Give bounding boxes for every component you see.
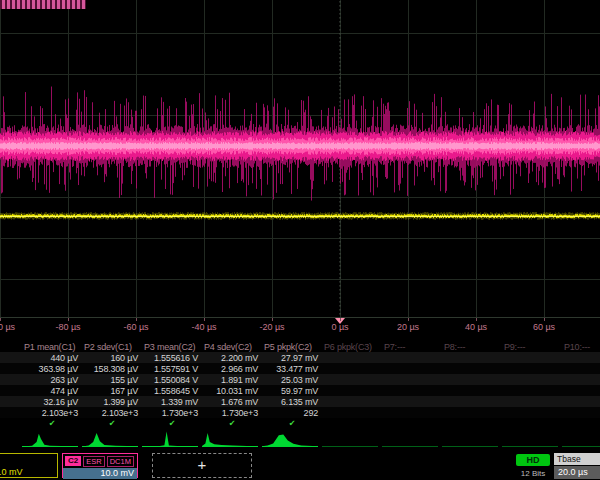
x-axis-label: 0 µs	[331, 322, 348, 332]
measurement-header[interactable]: P8:---	[442, 342, 502, 352]
measurement-histicon[interactable]	[202, 430, 262, 450]
waveform-display[interactable]	[0, 0, 600, 318]
measurement-header[interactable]: P10:---	[562, 342, 600, 352]
x-axis-tick	[544, 318, 545, 321]
measurement-value: 1.399 µV	[82, 397, 142, 407]
measurement-histicon[interactable]	[22, 430, 82, 450]
measurement-value: 474 µV	[22, 386, 82, 396]
measurement-value: 6.135 mV	[262, 397, 322, 407]
c2-label: C2	[65, 456, 81, 466]
table-row: 363.98 µV158.308 µV1.557591 V2.966 mV33.…	[0, 363, 600, 374]
c2-vertical-scale: 10.0 mV	[63, 468, 137, 479]
hd-bits-label: 12 Bits	[510, 469, 556, 478]
x-axis-tick	[204, 318, 205, 321]
histicon-slot	[142, 430, 202, 450]
plus-icon: +	[198, 456, 207, 473]
measurement-header[interactable]: P6 pkpk(C3)	[322, 342, 382, 352]
measurement-header[interactable]: P3 mean(C2)	[142, 342, 202, 352]
table-row: 474 µV167 µV1.558645 V10.031 mV59.97 mV	[0, 385, 600, 396]
x-axis-label: -80 µs	[55, 322, 80, 332]
measurement-header[interactable]: P1 mean(C1)	[22, 342, 82, 352]
status-check-icon: ✔	[82, 419, 142, 428]
histicon-slot	[22, 430, 82, 450]
measurement-value: 2.103e+3	[82, 408, 142, 418]
measurement-value: 1.730e+3	[142, 408, 202, 418]
table-row: ✔✔✔✔✔	[0, 418, 600, 429]
x-axis-label: -100 µs	[0, 322, 15, 332]
timebase-title: Tbase	[554, 453, 600, 465]
measurement-value: 1.339 mV	[142, 397, 202, 407]
x-axis-label: 40 µs	[465, 322, 487, 332]
measurement-value: 440 µV	[22, 353, 82, 363]
measurement-table: P1 mean(C1)P2 sdev(C1)P3 mean(C2)P4 sdev…	[0, 341, 600, 429]
x-axis-tick	[68, 318, 69, 321]
x-axis-label: -40 µs	[191, 322, 216, 332]
measurement-value: 1.557591 V	[142, 364, 202, 374]
histicon-slot	[382, 430, 442, 450]
x-axis-label: 20 µs	[397, 322, 419, 332]
measurement-value: 1.676 mV	[202, 397, 262, 407]
measurement-value: 167 µV	[82, 386, 142, 396]
measurement-histicon	[562, 430, 600, 450]
measurement-value: 2.966 mV	[202, 364, 262, 374]
measurement-header[interactable]: P7:---	[382, 342, 442, 352]
measurement-histicon[interactable]	[142, 430, 202, 450]
measurement-value: 1.558645 V	[142, 386, 202, 396]
timebase-descriptor[interactable]: Tbase 20.0 µs	[554, 453, 600, 479]
measurement-value: 1.550084 V	[142, 375, 202, 385]
x-axis-tick	[0, 318, 1, 321]
histicon-slot	[202, 430, 262, 450]
measurement-value: 158.308 µV	[82, 364, 142, 374]
table-row: 2.103e+32.103e+31.730e+31.730e+3292	[0, 407, 600, 418]
oscilloscope-screen: -100 µs-80 µs-60 µs-40 µs-20 µs0 µs20 µs…	[0, 0, 600, 480]
status-check-icon: ✔	[22, 419, 82, 428]
histicon-row	[22, 430, 600, 450]
histicon-slot	[562, 430, 600, 450]
histicon-slot	[82, 430, 142, 450]
table-row: P1 mean(C1)P2 sdev(C1)P3 mean(C2)P4 sdev…	[0, 341, 600, 352]
measurement-histicon[interactable]	[82, 430, 142, 450]
c2-esr-tag: ESR	[83, 456, 104, 467]
time-axis: -100 µs-80 µs-60 µs-40 µs-20 µs0 µs20 µs…	[0, 318, 600, 335]
x-axis-tick	[272, 318, 273, 321]
x-axis-label: 60 µs	[533, 322, 555, 332]
status-check-icon: ✔	[202, 419, 262, 428]
measurement-value: 32.16 µV	[22, 397, 82, 407]
x-axis-tick	[340, 318, 341, 321]
measurement-value: 27.97 mV	[262, 353, 322, 363]
measurement-value: 263 µV	[22, 375, 82, 385]
measurement-value: 363.98 µV	[22, 364, 82, 374]
status-check-icon: ✔	[262, 419, 322, 428]
histicon-slot	[322, 430, 382, 450]
channel-c1-descriptor[interactable]: C1 DC1M 50.0 mV	[0, 453, 58, 478]
trace-annotation-badge	[0, 0, 86, 9]
measurement-value: 2.200 mV	[202, 353, 262, 363]
c1-vertical-scale: 50.0 mV	[0, 467, 57, 478]
x-axis-tick	[476, 318, 477, 321]
measurement-histicon	[502, 430, 562, 450]
measurement-histicon	[322, 430, 382, 450]
x-axis-label: -60 µs	[123, 322, 148, 332]
status-check-icon: ✔	[142, 419, 202, 428]
measurement-header[interactable]: P2 sdev(C1)	[82, 342, 142, 352]
measurement-histicon	[442, 430, 502, 450]
table-row: 32.16 µV1.399 µV1.339 mV1.676 mV6.135 mV	[0, 396, 600, 407]
measurement-value: 1.891 mV	[202, 375, 262, 385]
measurement-value: 292	[262, 408, 322, 418]
histicon-slot	[262, 430, 322, 450]
measurement-header[interactable]: P9:---	[502, 342, 562, 352]
measurement-histicon[interactable]	[262, 430, 322, 450]
hd-mode-badge[interactable]: HD	[516, 454, 550, 466]
x-axis-label: -20 µs	[259, 322, 284, 332]
measurement-value: 33.477 mV	[262, 364, 322, 374]
channel-c2-descriptor[interactable]: C2 ESR DC1M 10.0 mV	[62, 453, 138, 478]
measurement-value: 155 µV	[82, 375, 142, 385]
measurement-header[interactable]: P5 pkpk(C2)	[262, 342, 322, 352]
add-trace-button[interactable]: +	[152, 453, 252, 478]
measurement-header[interactable]: P4 sdev(C2)	[202, 342, 262, 352]
histicon-slot	[442, 430, 502, 450]
measurement-value: 10.031 mV	[202, 386, 262, 396]
table-row: 440 µV160 µV1.555616 V2.200 mV27.97 mV	[0, 352, 600, 363]
x-axis-tick	[136, 318, 137, 321]
measurement-value: 25.03 mV	[262, 375, 322, 385]
